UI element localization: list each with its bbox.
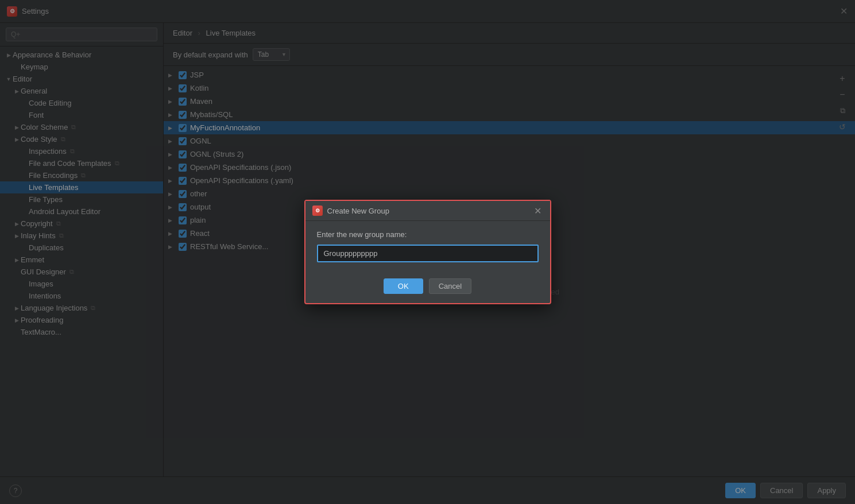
dialog-body: Enter the new group name: bbox=[305, 221, 550, 272]
dialog-label: Enter the new group name: bbox=[317, 230, 539, 239]
create-new-group-dialog: ⚙ Create New Group ✕ Enter the new group… bbox=[304, 200, 551, 304]
settings-window: ⚙ Settings ✕ Appearance & Behavior Keyma… bbox=[0, 0, 855, 504]
dialog-overlay: ⚙ Create New Group ✕ Enter the new group… bbox=[0, 0, 855, 504]
dialog-icon: ⚙ bbox=[312, 206, 323, 216]
dialog-titlebar: ⚙ Create New Group ✕ bbox=[305, 201, 550, 221]
dialog-input[interactable] bbox=[317, 245, 539, 262]
dialog-ok-button[interactable]: OK bbox=[384, 278, 423, 294]
dialog-actions: OK Cancel bbox=[305, 272, 550, 303]
dialog-close-button[interactable]: ✕ bbox=[533, 206, 543, 216]
dialog-cancel-button[interactable]: Cancel bbox=[429, 278, 471, 294]
dialog-title: Create New Group bbox=[327, 207, 533, 215]
